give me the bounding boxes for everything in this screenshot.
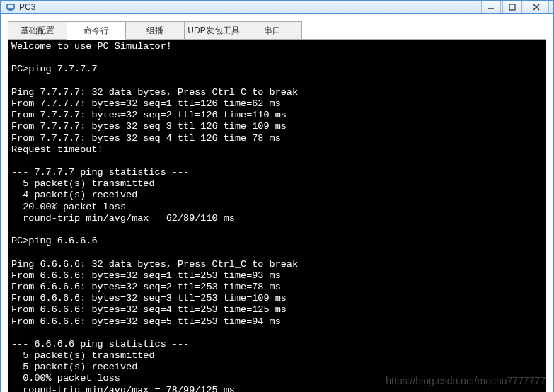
tabs: 基础配置 命令行 组播 UDP发包工具 串口 [8, 21, 546, 40]
tab-udp-tool[interactable]: UDP发包工具 [184, 21, 243, 40]
minimize-button[interactable] [481, 1, 501, 13]
app-window: PC3 基础配置 命令行 组播 UDP发包工具 串口 Welcome to us… [0, 0, 554, 392]
content-area: 基础配置 命令行 组播 UDP发包工具 串口 Welcome to use PC… [1, 14, 553, 392]
terminal-output[interactable]: Welcome to use PC Simulator! PC>ping 7.7… [8, 39, 546, 392]
svg-rect-2 [8, 11, 13, 11]
tab-basic-config[interactable]: 基础配置 [8, 21, 67, 40]
close-button[interactable] [524, 1, 549, 13]
window-title: PC3 [19, 2, 480, 12]
tab-serial[interactable]: 串口 [243, 21, 302, 40]
tab-multicast[interactable]: 组播 [125, 21, 185, 40]
svg-rect-4 [509, 4, 515, 10]
app-icon [5, 1, 16, 13]
maximize-button[interactable] [502, 1, 522, 13]
svg-rect-0 [7, 4, 14, 9]
window-controls [480, 1, 549, 13]
svg-rect-1 [9, 9, 12, 11]
tab-command-line[interactable]: 命令行 [67, 21, 126, 40]
titlebar[interactable]: PC3 [1, 1, 553, 14]
